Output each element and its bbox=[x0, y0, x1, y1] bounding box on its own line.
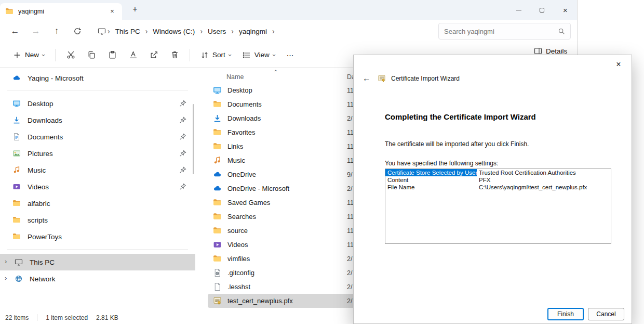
sidebar-item-desktop[interactable]: Desktop bbox=[0, 95, 195, 112]
sort-button[interactable]: Sort › bbox=[196, 47, 236, 63]
refresh-button[interactable] bbox=[69, 23, 86, 40]
tab-close-icon[interactable]: × bbox=[108, 7, 117, 16]
pin-icon bbox=[179, 166, 187, 174]
folder-icon bbox=[213, 212, 222, 221]
sidebar-item-this-pc[interactable]: › This PC bbox=[0, 254, 195, 270]
setting-key: Certificate Store Selected by User bbox=[385, 169, 477, 176]
wizard-content: Completing the Certificate Import Wizard… bbox=[354, 112, 632, 244]
search-box[interactable] bbox=[438, 23, 571, 40]
file-row-test-cert-newplus-pfx[interactable]: test_cert_newplus.pfx 2/ bbox=[208, 294, 359, 308]
file-row-desktop[interactable]: Desktop 11 bbox=[208, 83, 359, 97]
sidebar-item-label: Downloads bbox=[28, 116, 62, 124]
certificate-wizard-icon bbox=[378, 74, 386, 83]
wizard-heading: Completing the Certificate Import Wizard bbox=[385, 112, 611, 121]
file-row-onedrive[interactable]: OneDrive 9/ bbox=[208, 167, 359, 182]
share-button[interactable] bbox=[144, 46, 163, 64]
details-pane-toggle[interactable]: Details bbox=[534, 47, 567, 55]
sidebar-scrollbar[interactable] bbox=[193, 104, 194, 174]
toolbar-divider bbox=[55, 49, 56, 61]
file-name: Videos bbox=[227, 241, 347, 249]
delete-button[interactable] bbox=[165, 46, 184, 64]
column-header-name[interactable]: Name bbox=[226, 73, 244, 81]
search-input[interactable] bbox=[444, 28, 558, 35]
file-date: 2/ bbox=[347, 185, 352, 192]
file-row-gitconfig[interactable]: .gitconfig 2/ bbox=[208, 266, 359, 280]
file-row-lesshst[interactable]: .lesshst 2/ bbox=[208, 280, 359, 294]
sidebar-item-aifabric[interactable]: aifabric bbox=[0, 195, 195, 212]
settings-row-file-name[interactable]: File Name C:\Users\yaqingmi\test_cert_ne… bbox=[385, 184, 611, 191]
sidebar-item-pictures[interactable]: Pictures bbox=[0, 145, 195, 162]
more-options-button[interactable]: ⋯ bbox=[282, 47, 299, 63]
minimize-button[interactable] bbox=[507, 0, 530, 20]
new-button[interactable]: New › bbox=[8, 47, 49, 63]
sidebar-item-scripts[interactable]: scripts bbox=[0, 212, 195, 228]
file-row-videos[interactable]: Videos 11 bbox=[208, 238, 359, 252]
sidebar-item-onedrive-account[interactable]: Yaqing - Microsoft bbox=[0, 70, 195, 86]
picture-icon bbox=[12, 149, 21, 158]
view-button[interactable]: View › bbox=[238, 47, 280, 63]
expand-chevron-icon[interactable]: › bbox=[5, 274, 7, 282]
file-name: OneDrive - Microsoft bbox=[227, 185, 347, 192]
new-tab-button[interactable]: + bbox=[127, 2, 143, 18]
breadcrumb-windows-c[interactable]: Windows (C:) bbox=[149, 25, 198, 37]
sidebar-item-powertoys[interactable]: PowerToys bbox=[0, 228, 195, 245]
forward-button[interactable]: → bbox=[27, 23, 45, 40]
certificate-icon bbox=[213, 296, 222, 305]
sidebar-item-music[interactable]: Music bbox=[0, 162, 195, 178]
selection-size: 2.81 KB bbox=[96, 314, 118, 321]
file-name: Documents bbox=[227, 100, 347, 108]
folder-icon bbox=[213, 254, 222, 263]
this-pc-icon bbox=[98, 27, 106, 35]
explorer-tab[interactable]: yaqingmi × bbox=[0, 3, 122, 20]
search-icon bbox=[558, 28, 565, 35]
sidebar-item-label: PowerToys bbox=[28, 233, 62, 241]
sidebar-item-label: scripts bbox=[28, 216, 48, 224]
copy-button[interactable] bbox=[82, 46, 101, 64]
close-button[interactable]: × bbox=[554, 0, 577, 20]
finish-button[interactable]: Finish bbox=[547, 308, 584, 320]
expand-chevron-icon[interactable]: › bbox=[5, 257, 7, 265]
folder-icon bbox=[213, 100, 222, 109]
view-icon bbox=[243, 51, 251, 59]
file-row-source[interactable]: source 11 bbox=[208, 224, 359, 238]
copy-icon bbox=[87, 50, 96, 59]
rename-button[interactable] bbox=[124, 46, 142, 64]
file-row-vimfiles[interactable]: vimfiles 2/ bbox=[208, 252, 359, 266]
setting-key: Content bbox=[385, 176, 477, 184]
sidebar-item-network[interactable]: › Network bbox=[0, 270, 195, 287]
file-row-music[interactable]: Music 11 bbox=[208, 153, 359, 167]
file-row-favorites[interactable]: Favorites 11 bbox=[208, 125, 359, 139]
video-icon bbox=[12, 183, 21, 191]
pin-icon bbox=[179, 133, 187, 141]
wizard-back-button[interactable]: ← bbox=[361, 74, 372, 83]
status-bar: 22 items 1 item selected 2.81 KB bbox=[0, 311, 118, 324]
settings-row-content[interactable]: Content PFX bbox=[385, 176, 611, 184]
cut-button[interactable] bbox=[61, 46, 80, 64]
settings-row-store[interactable]: Certificate Store Selected by User Trust… bbox=[385, 169, 611, 176]
file-row-downloads[interactable]: Downloads 2/ bbox=[208, 111, 359, 125]
paste-button[interactable] bbox=[103, 46, 122, 64]
breadcrumb-separator: › bbox=[199, 27, 203, 35]
setting-key: File Name bbox=[385, 184, 477, 191]
breadcrumb-this-pc[interactable]: This PC bbox=[112, 25, 144, 37]
file-row-searches[interactable]: Searches 11 bbox=[208, 210, 359, 224]
file-row-links[interactable]: Links 11 bbox=[208, 139, 359, 153]
file-icon bbox=[213, 282, 222, 291]
sidebar-item-videos[interactable]: Videos bbox=[0, 178, 195, 195]
maximize-button[interactable] bbox=[530, 0, 554, 20]
back-button[interactable]: ← bbox=[6, 23, 24, 40]
file-row-onedrive-microsoft[interactable]: OneDrive - Microsoft 2/ bbox=[208, 182, 359, 196]
up-button[interactable]: ↑ bbox=[48, 23, 65, 40]
sidebar-item-downloads[interactable]: Downloads bbox=[0, 112, 195, 128]
file-row-saved-games[interactable]: Saved Games 11 bbox=[208, 196, 359, 210]
sidebar-item-label: Documents bbox=[28, 133, 63, 141]
share-icon bbox=[150, 50, 158, 59]
desktop-icon bbox=[12, 99, 21, 108]
breadcrumb-users[interactable]: Users bbox=[204, 25, 230, 37]
sidebar-item-documents[interactable]: Documents bbox=[0, 128, 195, 145]
cancel-button[interactable]: Cancel bbox=[588, 308, 624, 320]
breadcrumb-yaqingmi[interactable]: yaqingmi bbox=[235, 25, 271, 37]
dialog-close-button[interactable]: × bbox=[611, 58, 626, 71]
file-row-documents[interactable]: Documents 11 bbox=[208, 97, 359, 111]
file-name: Links bbox=[227, 142, 347, 150]
